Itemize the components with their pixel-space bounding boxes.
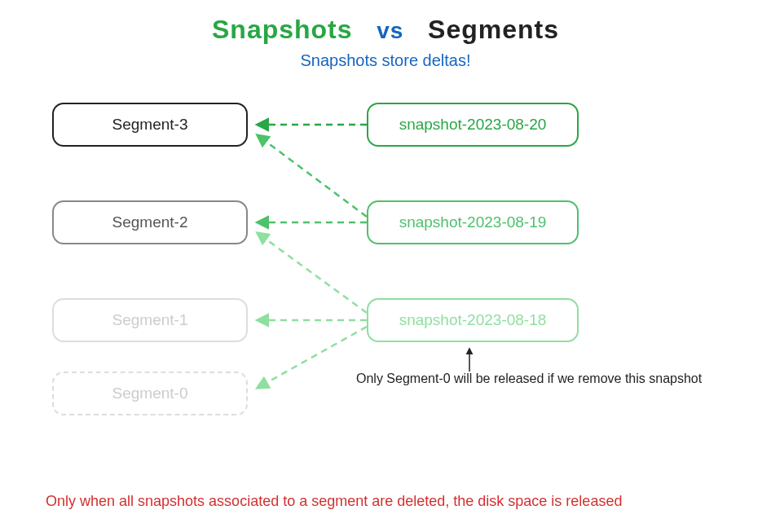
title-word-segments: Segments [428,15,559,44]
segment-0-label: Segment-0 [112,385,188,402]
segment-1-label: Segment-1 [112,311,188,329]
snapshot-20-box: snapshot-2023-08-20 [367,103,579,147]
snapshot-19-label: snapshot-2023-08-19 [399,213,547,231]
snapshot-18-label: snapshot-2023-08-18 [399,311,547,329]
title-word-snapshots: Snapshots [212,15,353,44]
footer-note: Only when all snapshots associated to a … [46,493,622,510]
diagram-canvas: Segment-3 Segment-2 Segment-1 Segment-0 … [0,70,771,477]
segment-3-box: Segment-3 [52,103,248,147]
segment-0-box: Segment-0 [52,372,248,415]
diagram-title: Snapshots vs Segments [0,0,771,45]
segment-1-box: Segment-1 [52,298,248,342]
svg-line-5 [258,327,367,388]
snapshot-19-box: snapshot-2023-08-19 [367,200,579,244]
snapshot-18-box: snapshot-2023-08-18 [367,298,579,342]
annotation-text: Only Segment-0 will be released if we re… [356,372,702,386]
diagram-subtitle: Snapshots store deltas! [0,51,771,70]
segment-2-label: Segment-2 [112,213,188,231]
segment-3-label: Segment-3 [112,116,188,134]
segment-2-box: Segment-2 [52,200,248,244]
title-word-vs: vs [377,18,403,43]
svg-line-3 [258,233,367,313]
svg-line-1 [258,135,367,217]
snapshot-20-label: snapshot-2023-08-20 [399,116,547,134]
